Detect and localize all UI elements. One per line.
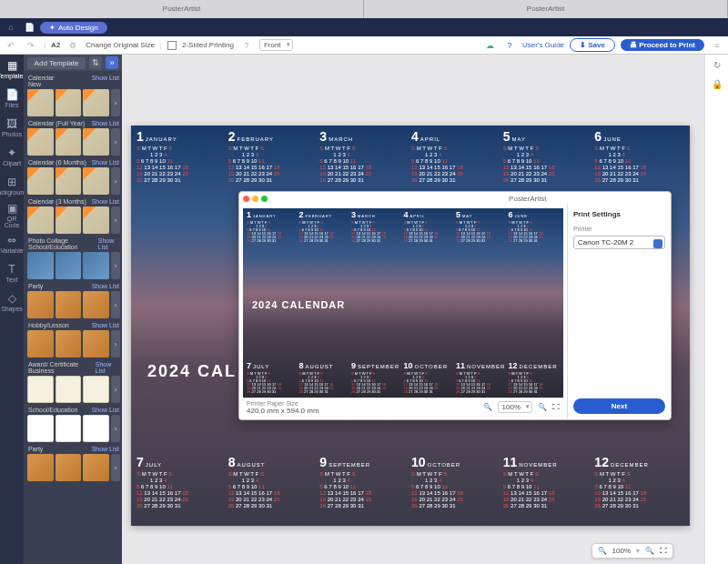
template-thumb[interactable] xyxy=(83,454,109,481)
show-list-link[interactable]: Show List xyxy=(92,283,119,289)
zoom-out-icon[interactable]: 🔍 xyxy=(598,547,607,555)
printer-select[interactable]: Canon TC-20M 2 xyxy=(573,236,665,249)
template-thumb[interactable] xyxy=(27,376,54,403)
zoom-out-icon[interactable]: 🔍 xyxy=(483,403,492,411)
filter-icon[interactable]: ⇅ xyxy=(89,56,102,69)
rail-templates[interactable]: ▦Templates xyxy=(3,58,21,80)
month-block: 9SEPTEMBERS M T W T F S 1 2 3 4 5 6 7 8 … xyxy=(319,455,410,522)
template-thumb[interactable] xyxy=(83,415,109,442)
chevron-right-icon[interactable]: › xyxy=(111,89,120,116)
template-thumb[interactable] xyxy=(83,330,109,358)
template-thumb[interactable] xyxy=(27,167,54,195)
template-thumb[interactable] xyxy=(83,252,109,279)
rail-files[interactable]: 📄Files xyxy=(3,87,21,109)
side-rail: ▦Templates📄Files🖼Photos✦Clipart⊞Backgrou… xyxy=(0,55,24,564)
show-list-link[interactable]: Show List xyxy=(92,322,119,328)
template-thumb[interactable] xyxy=(56,454,82,481)
chevron-right-icon[interactable]: › xyxy=(111,454,120,481)
show-list-link[interactable]: Show List xyxy=(98,237,119,250)
file-icon[interactable]: 📄 xyxy=(22,20,36,35)
month-block: 11NOVEMBERS M T W T F S 1 2 3 4 5 6 7 8 … xyxy=(456,361,508,396)
rail-clipart[interactable]: ✦Clipart xyxy=(3,146,21,167)
help-icon[interactable]: ? xyxy=(239,38,254,53)
template-thumb[interactable] xyxy=(56,206,82,234)
show-list-link[interactable]: Show List xyxy=(92,75,119,87)
template-thumb[interactable] xyxy=(83,128,109,156)
tab[interactable]: PosterArtist xyxy=(0,0,364,18)
zoom-in-icon[interactable]: 🔍 xyxy=(645,547,654,555)
template-thumb[interactable] xyxy=(27,206,54,234)
template-thumb[interactable] xyxy=(83,167,109,195)
month-block: 4APRILS M T W T F S 1 2 3 4 5 6 7 8 9 10… xyxy=(404,210,456,245)
chevron-right-icon[interactable]: › xyxy=(111,167,120,195)
tab[interactable]: PosterArtist xyxy=(364,0,728,18)
template-thumb[interactable] xyxy=(56,252,82,279)
auto-design-button[interactable]: ✦Auto Design xyxy=(40,22,107,34)
template-thumb[interactable] xyxy=(56,291,82,318)
orientation-select[interactable]: Front xyxy=(259,39,293,51)
template-thumb[interactable] xyxy=(56,415,82,442)
template-thumb[interactable] xyxy=(27,252,54,279)
close-icon[interactable] xyxy=(243,196,249,202)
add-template-button[interactable]: Add Template xyxy=(27,57,86,69)
change-size-link[interactable]: Change Original Size xyxy=(86,41,155,49)
template-thumb[interactable] xyxy=(56,167,82,195)
template-thumb[interactable] xyxy=(83,206,109,234)
next-button[interactable]: Next xyxy=(573,398,665,414)
template-thumb[interactable] xyxy=(56,330,82,358)
template-thumb[interactable] xyxy=(27,128,54,156)
template-thumb[interactable] xyxy=(56,89,82,116)
chevron-right-icon[interactable]: › xyxy=(111,330,120,358)
resize-icon[interactable]: ⚙ xyxy=(66,38,80,53)
rail-backgrounds[interactable]: ⊞Backgrounds xyxy=(3,175,21,196)
template-thumb[interactable] xyxy=(27,291,54,318)
template-thumb[interactable] xyxy=(27,415,54,442)
chevron-right-icon[interactable]: › xyxy=(111,376,120,403)
template-thumb[interactable] xyxy=(27,454,54,481)
fit-icon[interactable]: ⛶ xyxy=(552,403,560,411)
template-thumb[interactable] xyxy=(56,128,82,156)
paper-code: A2 xyxy=(51,41,60,49)
chevron-right-icon[interactable]: › xyxy=(111,415,120,442)
template-thumb[interactable] xyxy=(56,376,82,403)
rail-variable[interactable]: ⇔Variable xyxy=(3,233,21,255)
zoom-select[interactable]: 100% xyxy=(498,401,532,413)
template-thumb[interactable] xyxy=(83,291,109,318)
users-guide-link[interactable]: User's Guide xyxy=(522,41,564,49)
fit-icon[interactable]: ⛶ xyxy=(660,547,667,555)
show-list-link[interactable]: Show List xyxy=(96,361,119,374)
sync-icon[interactable]: ↻ xyxy=(713,60,721,70)
show-list-link[interactable]: Show List xyxy=(92,159,119,166)
template-thumb[interactable] xyxy=(83,376,109,403)
cloud-icon[interactable]: ☁ xyxy=(482,38,497,53)
rail-text[interactable]: TText xyxy=(3,262,21,284)
rail-qr code[interactable]: ▣QR Code xyxy=(3,204,21,226)
undo-icon[interactable]: ↶ xyxy=(4,38,18,53)
show-list-link[interactable]: Show List xyxy=(92,120,119,126)
minimize-icon[interactable] xyxy=(252,196,258,202)
template-thumb[interactable] xyxy=(83,89,109,116)
show-list-link[interactable]: Show List xyxy=(92,198,119,205)
zoom-in-icon[interactable]: 🔍 xyxy=(538,403,547,411)
proceed-print-button[interactable]: 🖶 Proceed to Print xyxy=(621,39,704,51)
help-icon[interactable]: ? xyxy=(502,38,517,53)
chevron-right-icon[interactable]: › xyxy=(111,291,120,318)
save-button[interactable]: ⬇ Save xyxy=(570,38,615,52)
redo-icon[interactable]: ↷ xyxy=(24,38,38,53)
canvas[interactable]: 1JANUARYS M T W T F S 1 2 3 4 5 6 7 8 9 … xyxy=(122,55,704,564)
rail-shapes[interactable]: ◇Shapes xyxy=(3,291,21,313)
chevron-right-icon[interactable]: › xyxy=(111,206,120,234)
maximize-icon[interactable] xyxy=(261,196,268,202)
menu-icon[interactable]: ≡ xyxy=(710,38,724,53)
expand-icon[interactable]: » xyxy=(106,56,118,69)
chevron-right-icon[interactable]: › xyxy=(111,252,120,279)
template-thumb[interactable] xyxy=(27,89,54,116)
rail-photos[interactable]: 🖼Photos xyxy=(3,116,21,138)
chevron-right-icon[interactable]: › xyxy=(111,128,120,156)
home-icon[interactable]: ⌂ xyxy=(4,20,18,35)
two-sided-checkbox[interactable] xyxy=(167,41,177,50)
show-list-link[interactable]: Show List xyxy=(92,446,119,452)
show-list-link[interactable]: Show List xyxy=(92,407,119,413)
template-thumb[interactable] xyxy=(27,330,54,358)
lock-icon[interactable]: 🔒 xyxy=(712,79,723,89)
